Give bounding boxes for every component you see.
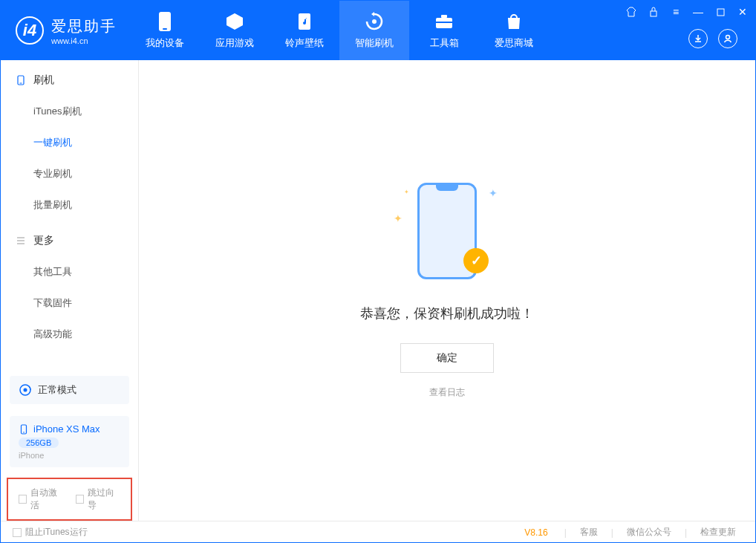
options-row: 自动激活 跳过向导: [7, 478, 132, 521]
minimize-button[interactable]: —: [691, 5, 705, 19]
svg-rect-5: [441, 15, 447, 18]
confirm-button[interactable]: 确定: [400, 343, 494, 373]
lock-icon[interactable]: [647, 5, 660, 19]
app-title: 爱思助手: [51, 16, 117, 36]
section-label: 更多: [33, 234, 54, 247]
toolbox-icon: [434, 11, 454, 32]
sparkle-icon: ✦: [489, 187, 498, 199]
user-button[interactable]: [718, 29, 737, 48]
view-log-link[interactable]: 查看日志: [429, 386, 465, 399]
sparkle-icon: ✦: [404, 189, 409, 195]
sidebar-section-more: 更多: [1, 221, 138, 256]
mode-card[interactable]: 正常模式: [10, 376, 129, 404]
svg-rect-1: [163, 28, 167, 30]
app-subtitle: www.i4.cn: [51, 36, 117, 45]
svg-point-15: [23, 432, 25, 433]
sidebar: 刷机 iTunes刷机 一键刷机 专业刷机 批量刷机 更多 其他工具 下载固件 …: [1, 60, 139, 521]
sidebar-item-batch[interactable]: 批量刷机: [1, 189, 138, 221]
checkbox-icon: [76, 495, 84, 504]
tab-ringtones[interactable]: 铃声壁纸: [270, 1, 339, 60]
mode-icon: [19, 383, 32, 397]
tab-store[interactable]: 爱思商城: [479, 1, 549, 60]
footer-link-wechat[interactable]: 微信公众号: [619, 526, 679, 539]
sidebar-item-itunes[interactable]: iTunes刷机: [1, 96, 138, 127]
footer-link-update[interactable]: 检查更新: [693, 526, 743, 539]
list-icon: [16, 235, 26, 246]
sidebar-item-firmware[interactable]: 下载固件: [1, 287, 138, 319]
status-bar: 阻止iTunes运行 V8.16 | 客服 | 微信公众号 | 检查更新: [1, 521, 755, 543]
refresh-icon: [364, 11, 385, 32]
mode-label: 正常模式: [38, 383, 76, 397]
device-icon: [154, 11, 175, 32]
sidebar-item-other[interactable]: 其他工具: [1, 256, 138, 287]
main-content: ✦ ✦ ✦ ✓ 恭喜您，保资料刷机成功啦！ 确定 查看日志: [139, 60, 755, 521]
svg-rect-11: [20, 83, 22, 84]
version-label: V8.16: [524, 527, 547, 538]
section-label: 刷机: [33, 74, 54, 87]
tab-flash[interactable]: 智能刷机: [339, 1, 409, 60]
checkbox-auto-activate[interactable]: 自动激活: [19, 487, 64, 512]
svg-point-3: [372, 19, 377, 24]
sidebar-item-oneclick[interactable]: 一键刷机: [1, 127, 138, 158]
checkbox-icon: [19, 495, 27, 504]
svg-rect-6: [436, 22, 452, 23]
nav-tabs: 我的设备 应用游戏 铃声壁纸 智能刷机 工具箱 爱思商城: [130, 1, 549, 60]
app-logo-icon: i4: [16, 16, 44, 45]
shirt-icon[interactable]: [625, 5, 638, 19]
tab-label: 铃声壁纸: [285, 36, 324, 50]
download-button[interactable]: [688, 29, 708, 48]
checkbox-icon: [13, 528, 22, 537]
result-title: 恭喜您，保资料刷机成功啦！: [360, 305, 534, 322]
footer-link-service[interactable]: 客服: [573, 526, 605, 539]
header-right-icons: [688, 29, 737, 48]
svg-point-7: [726, 36, 730, 39]
tab-label: 智能刷机: [355, 36, 394, 50]
device-card[interactable]: iPhone XS Max 256GB iPhone: [10, 416, 129, 467]
app-header: i4 爱思助手 www.i4.cn 我的设备 应用游戏 铃声壁纸 智能刷机 工具…: [1, 1, 755, 60]
sparkle-icon: ✦: [394, 212, 403, 224]
maximize-button[interactable]: [714, 5, 727, 19]
bag-icon: [504, 11, 524, 32]
checkbox-label: 跳过向导: [88, 487, 120, 512]
menu-icon[interactable]: ≡: [669, 5, 682, 19]
svg-point-13: [24, 388, 27, 392]
device-capacity: 256GB: [19, 438, 59, 448]
titlebar-controls: ≡ — ✕: [625, 5, 749, 19]
tab-toolbox[interactable]: 工具箱: [409, 1, 479, 60]
tab-my-device[interactable]: 我的设备: [130, 1, 200, 60]
checkbox-block-itunes[interactable]: 阻止iTunes运行: [13, 526, 88, 539]
checkbox-label: 阻止iTunes运行: [25, 526, 88, 539]
cube-icon: [224, 11, 245, 32]
tab-label: 爱思商城: [495, 36, 533, 50]
tab-label: 我的设备: [146, 36, 184, 50]
tab-label: 应用游戏: [215, 36, 254, 50]
device-name: iPhone XS Max: [19, 423, 120, 435]
tab-apps[interactable]: 应用游戏: [200, 1, 270, 60]
music-icon: [294, 11, 315, 32]
tab-label: 工具箱: [430, 36, 459, 50]
check-badge-icon: ✓: [463, 248, 489, 273]
device-type: iPhone: [19, 451, 120, 460]
checkbox-skip-guide[interactable]: 跳过向导: [76, 487, 121, 512]
sidebar-section-flash: 刷机: [1, 60, 138, 96]
svg-rect-8: [651, 11, 656, 16]
sidebar-item-advanced[interactable]: 高级功能: [1, 319, 138, 350]
svg-rect-9: [717, 9, 724, 16]
sidebar-item-pro[interactable]: 专业刷机: [1, 158, 138, 189]
checkbox-label: 自动激活: [30, 487, 63, 512]
success-illustration: ✦ ✦ ✦ ✓: [403, 183, 492, 287]
device-icon: [19, 424, 29, 435]
phone-icon: [16, 75, 26, 85]
logo-area: i4 爱思助手 www.i4.cn: [1, 16, 130, 45]
close-button[interactable]: ✕: [736, 5, 749, 19]
